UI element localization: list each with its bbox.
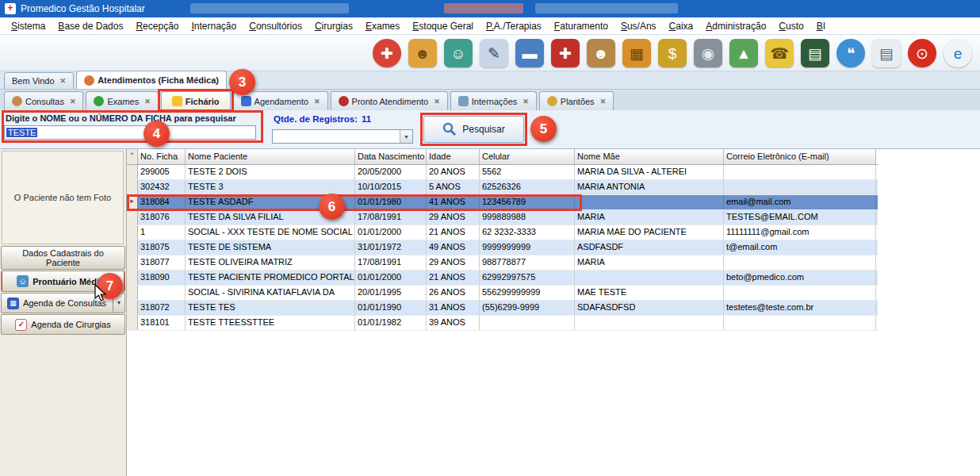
menu-item-sistema[interactable]: Sistema <box>5 18 52 34</box>
surgeries-agenda-label: Agenda de Cirurgias <box>31 320 110 329</box>
tab-pronto-atendimento[interactable]: Pronto Atendimento✕ <box>331 91 448 110</box>
table-row[interactable]: 318072TESTE TES01/01/199031 ANOS(55)6299… <box>127 301 878 316</box>
menu-item-internacao[interactable]: Internação <box>185 18 243 34</box>
grid-cell: 20/01/1995 <box>355 286 427 300</box>
table-row[interactable]: 1SOCIAL - XXX TESTE DE NOME SOCIAL01/01/… <box>127 225 878 240</box>
grid-cell: (55)6299-9999 <box>480 301 575 315</box>
menu-item-custo[interactable]: Custo <box>772 18 810 34</box>
cashier-icon-glyph: $ <box>668 46 677 61</box>
medical-record-icon-glyph: ✎ <box>488 46 500 61</box>
search-button[interactable]: Pesquisar <box>423 116 524 143</box>
cashier-icon[interactable]: $ <box>658 39 687 67</box>
grid-cell: 26 ANOS <box>427 286 480 300</box>
close-icon[interactable]: ✕ <box>144 98 151 106</box>
patient-registration-button[interactable]: Dados Cadastrais do Paciente <box>1 246 125 270</box>
tab-fichario[interactable]: Fichário <box>161 91 231 110</box>
table-row[interactable]: SOCIAL - SIVIRINA KATIAFLAVIA DA20/01/19… <box>127 286 878 301</box>
grid-cell: 49 ANOS <box>427 240 480 255</box>
table-row[interactable]: 318075TESTE DE SISTEMA31/01/197249 ANOS9… <box>127 240 878 255</box>
column-header-celular[interactable]: Celular <box>480 149 575 164</box>
grid-cell <box>480 316 575 330</box>
close-icon[interactable]: ✕ <box>600 98 607 106</box>
surgeries-agenda-button[interactable]: ✓ Agenda de Cirurgias <box>1 314 125 335</box>
close-icon[interactable]: ✕ <box>434 98 440 106</box>
phone-icon[interactable]: ☎ <box>765 39 794 67</box>
menu-item-consultorios[interactable]: Consultórios <box>243 18 308 34</box>
tab-label: Internações <box>472 97 517 106</box>
finance-chart-icon[interactable]: ▲ <box>729 39 758 67</box>
table-row[interactable]: 318090TESTE PACIENTE PROMEDICO PORTAL01/… <box>127 271 878 286</box>
table-row[interactable]: 299005TESTE 2 DOIS20/05/200020 ANOS5562M… <box>127 165 878 180</box>
grid-cell: MARIA DA SILVA - ALTEREI <box>575 165 724 179</box>
column-header-correio-eletronico-e-mail[interactable]: Correio Eletrônico (E-mail) <box>724 149 876 164</box>
app-icon: + <box>5 3 16 14</box>
menu-item-base-de-dados[interactable]: Base de Dados <box>52 18 129 34</box>
grid-cell: 20/05/2000 <box>355 165 427 179</box>
tab-internacoes[interactable]: Internações✕ <box>450 91 537 110</box>
stock-boxes-icon[interactable]: ▦ <box>622 39 651 67</box>
tab-label: Pronto Atendimento <box>352 97 429 106</box>
table-row[interactable]: 318076TESTE DA SILVA FILIAL17/08/199129 … <box>127 210 878 225</box>
calendar-icon: ▦ <box>7 298 19 309</box>
shifts-icon <box>547 96 557 106</box>
menu-item-cirurgias[interactable]: Cirurgias <box>308 18 359 34</box>
power-icon[interactable]: ⊙ <box>908 39 936 67</box>
grid-cell <box>724 180 876 194</box>
tab-exames[interactable]: Exames✕ <box>86 91 158 110</box>
stock-person-icon[interactable]: ☻ <box>587 39 615 67</box>
column-header-no-ficha[interactable]: No. Ficha <box>138 149 186 164</box>
column-header-nome-mae[interactable]: Nome Mãe <box>575 149 724 164</box>
medical-record-icon[interactable]: ✎ <box>480 39 508 67</box>
menu-item-sus-ans[interactable]: Sus/Ans <box>614 18 663 34</box>
tab-consultas[interactable]: Consultas✕ <box>4 91 83 110</box>
tab-atendimentos-ficha-medica[interactable]: Atendimentos (Ficha Médica) <box>76 71 227 89</box>
search-input[interactable]: TESTE <box>4 125 256 140</box>
table-row[interactable]: 318077TESTE OLIVEIRA MATRIZ17/08/199129 … <box>127 255 878 271</box>
column-header-nome-paciente[interactable]: Nome Paciente <box>186 149 355 164</box>
menu-item-administracao[interactable]: Administração <box>699 18 772 34</box>
menu-item-estoque-geral[interactable]: Estoque Geral <box>406 18 480 34</box>
table-row[interactable]: 318101TESTE TTEESSTTEE01/01/198239 ANOS <box>127 316 878 331</box>
menu-item-exames[interactable]: Exames <box>359 18 406 34</box>
tab-strip-secondary: Consultas✕Exames✕FichárioAgendamento✕Pro… <box>0 90 980 110</box>
table-row[interactable]: ▸318084TESTE ASDADF01/01/198041 ANOS1234… <box>127 195 878 210</box>
ambulance-icon[interactable]: ✚ <box>551 39 580 67</box>
chat-icon[interactable]: ❝ <box>836 39 865 67</box>
hospital-bed-icon[interactable]: ▬ <box>515 39 544 67</box>
search-input-value: TESTE <box>6 128 37 137</box>
menu-item-p-a-terapias[interactable]: P.A./Terapias <box>480 18 548 34</box>
table-row[interactable]: 302432TESTE 310/10/20155 ANOS62526326MAR… <box>127 180 878 195</box>
search-combobox[interactable]: ▼ <box>272 129 413 144</box>
tab-bem-vindo[interactable]: Bem Vindo✕ <box>4 72 74 89</box>
menu-item-recepcao[interactable]: Recepção <box>129 18 185 34</box>
grid-cell: 62992997575 <box>480 271 575 285</box>
forms-icon[interactable]: ▤ <box>872 39 901 67</box>
grid-cell: 5562 <box>480 165 575 179</box>
admissions-icon <box>458 96 469 106</box>
reception-icon[interactable]: ☻ <box>408 39 437 67</box>
close-icon[interactable]: ✕ <box>60 77 67 85</box>
search-button-label: Pesquisar <box>462 124 504 135</box>
column-header-data-nascimento[interactable]: Data Nascimento <box>355 149 427 164</box>
e-learning-icon[interactable]: e <box>944 39 972 67</box>
grid-cell: 5 ANOS <box>427 180 480 194</box>
close-icon[interactable]: ✕ <box>70 98 76 106</box>
chevron-down-icon[interactable]: ▼ <box>400 130 412 143</box>
emergency-icon-glyph: ✚ <box>381 46 393 61</box>
close-icon[interactable]: ✕ <box>314 98 320 106</box>
column-header-idade[interactable]: Idade <box>427 149 480 164</box>
close-icon[interactable]: ✕ <box>523 98 529 106</box>
grid-cell: 21 ANOS <box>427 271 480 285</box>
safe-icon[interactable]: ◉ <box>694 39 722 67</box>
grid-cell: 17/08/1991 <box>355 255 427 270</box>
tab-plantoes[interactable]: Plantões✕ <box>539 91 614 110</box>
menu-item-caixa[interactable]: Caixa <box>663 18 700 34</box>
menu-item-bi[interactable]: BI <box>810 18 832 34</box>
doctor-icon[interactable]: ☺ <box>444 39 473 67</box>
menu-item-faturamento[interactable]: Faturamento <box>548 18 614 34</box>
ledger-book-icon[interactable]: ▤ <box>801 39 829 67</box>
emergency-icon[interactable]: ✚ <box>373 39 401 67</box>
grid-cell: email@mail.com <box>724 195 876 209</box>
doctor-icon: ☺ <box>17 275 29 287</box>
magnifier-icon <box>442 122 457 136</box>
